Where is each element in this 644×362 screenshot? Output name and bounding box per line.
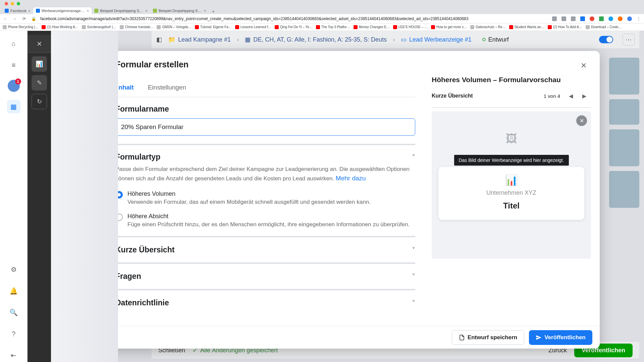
collapse-icon[interactable]: ⇤: [7, 349, 20, 362]
history-icon[interactable]: ↻: [32, 94, 47, 109]
close-icon[interactable]: ×: [204, 9, 206, 13]
preview-card-title: Titel: [444, 201, 579, 210]
radio-higher-intent[interactable]: Höhere Absicht Füge einen Prüfschritt hi…: [115, 213, 415, 228]
section-toggle-questions[interactable]: Fragen˅: [115, 272, 415, 281]
chart-icon: 📊: [444, 174, 579, 186]
nav-rail: ⌂ ≡ 1 ▦ ⚙ 🔔 🔍 ? ⇤: [0, 31, 28, 362]
modal-tabs: Inhalt Einstellungen: [115, 80, 415, 97]
browser-tab[interactable]: Beispiel Dropshipping Store×: [150, 7, 209, 14]
publish-button[interactable]: Veröffentlichen: [529, 330, 592, 345]
bell-icon[interactable]: 🔔: [7, 284, 20, 298]
address-bar[interactable]: facebook.com/adsmanager/manage/ads/edit?…: [40, 16, 548, 21]
close-icon: ✕: [576, 115, 587, 126]
browser-tabs[interactable]: Facebook× Werbeanzeigenmanager – We× Bei…: [0, 7, 644, 14]
preview-step-label: Kurze Übersicht: [432, 93, 473, 99]
pencil-icon[interactable]: ✎: [32, 75, 47, 90]
ads-manager-icon[interactable]: ▦: [7, 100, 20, 113]
chevron-down-icon: ˅: [412, 299, 415, 307]
extension-icons[interactable]: ⋮: [552, 16, 641, 21]
notification-badge: 1: [15, 78, 21, 84]
close-icon[interactable]: ×: [145, 9, 147, 13]
browser-tab[interactable]: Facebook×: [2, 7, 33, 14]
tab-settings[interactable]: Einstellungen: [147, 80, 187, 97]
section-toggle-privacy[interactable]: Datenrichtlinie˅: [115, 298, 415, 307]
file-icon: [459, 335, 465, 341]
home-icon[interactable]: ⌂: [7, 37, 20, 50]
form-name-input[interactable]: [115, 118, 415, 136]
browser-tab[interactable]: Beispiel Dropshipping Store×: [92, 7, 150, 14]
reload-icon[interactable]: ⟳: [21, 16, 27, 21]
radio-higher-volume[interactable]: Höheres Volumen Verwende ein Formular, d…: [115, 190, 415, 205]
preview-next-button[interactable]: ▶: [578, 89, 591, 103]
chart-icon[interactable]: 📊: [32, 56, 47, 72]
preview-title: Höheres Volumen – Formularvorschau: [432, 76, 591, 84]
close-icon[interactable]: ✕: [37, 40, 42, 48]
close-icon[interactable]: ×: [28, 9, 30, 13]
section-toggle-formtype[interactable]: Formulartyp ˄: [115, 153, 415, 162]
chevron-down-icon: ˅: [412, 273, 415, 281]
section-heading: Formularname: [115, 105, 169, 114]
search-icon[interactable]: 🔍: [7, 306, 20, 319]
back-icon[interactable]: ←: [3, 16, 8, 21]
chevron-down-icon: ˅: [412, 246, 415, 254]
preview-org-name: Unternehmen XYZ: [444, 189, 579, 196]
create-form-modal: Formular erstellen ✕ Inhalt Einstellunge…: [105, 51, 600, 349]
radio-unselected-icon: [115, 214, 123, 221]
send-icon: [536, 335, 542, 341]
close-icon[interactable]: ×: [87, 9, 89, 13]
preview-tooltip: Das Bild deiner Werbeanzeige wird hier a…: [454, 155, 569, 166]
bookmarks-bar[interactable]: Phone Recycling |… (1) How Working A… So…: [0, 23, 644, 31]
modal-title: Formular erstellen: [115, 60, 189, 69]
chevron-up-icon: ˄: [412, 153, 415, 161]
save-draft-button[interactable]: Entwurf speichern: [452, 330, 524, 345]
gear-icon[interactable]: ⚙: [7, 263, 20, 276]
new-tab-button[interactable]: +: [209, 9, 218, 14]
preview-prev-button[interactable]: ◀: [564, 89, 578, 103]
browser-tab[interactable]: Werbeanzeigenmanager – We×: [33, 7, 92, 14]
section-heading: Formulartyp: [115, 153, 160, 162]
tab-content[interactable]: Inhalt: [115, 80, 135, 97]
learn-more-link[interactable]: Mehr dazu: [336, 175, 366, 182]
avatar[interactable]: 1: [8, 80, 20, 92]
menu-icon[interactable]: ≡: [7, 58, 20, 72]
preview-counter: 1 von 4: [544, 93, 560, 99]
radio-selected-icon: [115, 191, 123, 198]
close-icon[interactable]: ✕: [578, 60, 590, 72]
edit-rail: ✕ 📊 ✎ ↻: [28, 31, 51, 362]
forward-icon[interactable]: →: [12, 16, 17, 21]
help-icon[interactable]: ?: [7, 327, 20, 341]
section-description: Passe dein Formular entsprechend dem Zie…: [115, 165, 415, 183]
lock-icon: 🔒: [31, 16, 36, 21]
form-preview: ✕ 🖼 Das Bild deiner Werbeanzeige wird hi…: [432, 111, 591, 259]
section-toggle-overview[interactable]: Kurze Übersicht˅: [115, 245, 415, 254]
image-placeholder-icon: 🖼: [506, 132, 517, 145]
